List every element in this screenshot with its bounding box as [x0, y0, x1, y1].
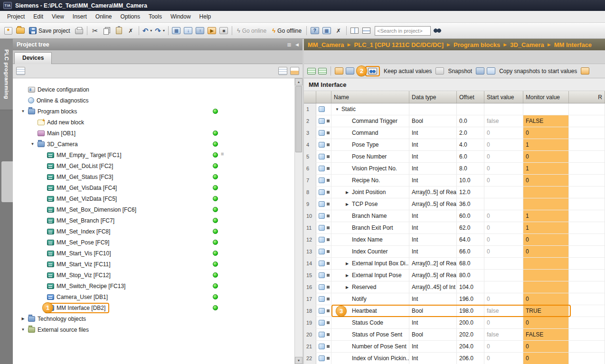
start-value-cell[interactable] [484, 270, 523, 281]
add-row-button[interactable] [318, 68, 327, 75]
expand-arrow-icon[interactable]: ▶ [346, 261, 352, 266]
breadcrumb-project[interactable]: MM_Camera [308, 41, 344, 48]
tree-item-labelwrap[interactable]: MM_Set_Pose [FC9] [45, 237, 113, 248]
open-project-button[interactable] [15, 25, 26, 37]
keep-actual-values-button[interactable]: Keep actual values [382, 68, 433, 75]
tree-item-labelwrap[interactable]: External source files [26, 325, 93, 335]
tree-item[interactable]: MM_Set_Pose [FC9] [13, 237, 294, 248]
table-row[interactable]: 13 Index Counter Int 66.0 0 [304, 246, 605, 258]
monitor-all-button[interactable] [368, 68, 377, 75]
tree-item-labelwrap[interactable]: Program blocks [26, 106, 81, 117]
table-row[interactable]: 16 ▶ Reserved Array[0..45] of Int 104.0 [304, 281, 605, 293]
split-editor-vertical-button[interactable] [349, 25, 360, 37]
tree-item-labelwrap[interactable]: MM_Switch_Recipe [FC13] [45, 281, 129, 291]
tree-item-labelwrap[interactable]: Main [OB1] [35, 128, 79, 139]
tree-item-labelwrap[interactable]: MM Interface [DB2] [45, 303, 109, 313]
data-type-cell[interactable]: Int [409, 246, 457, 257]
data-type-cell[interactable]: Int [409, 353, 457, 364]
go-online-button[interactable]: ϟGo online [235, 25, 269, 37]
start-value-cell[interactable]: 0 [484, 222, 523, 233]
data-type-cell[interactable]: Int [409, 163, 457, 174]
scrollbar-thumb[interactable] [295, 86, 302, 152]
expand-arrow-icon[interactable]: ▶ [346, 190, 352, 195]
expand-arrow-icon[interactable]: ▶ [346, 273, 352, 278]
data-type-cell[interactable] [409, 103, 457, 115]
header-offset[interactable]: Offset [457, 91, 484, 103]
tree-scrollbar[interactable]: ▲ ▼ [294, 78, 302, 364]
expand-arrow-icon[interactable]: ▶ [346, 202, 352, 206]
menu-view[interactable]: View [47, 11, 68, 22]
undo-dropdown-icon[interactable]: ▾ [150, 28, 152, 33]
tree-item[interactable]: Main [OB1] [13, 128, 294, 139]
table-row[interactable]: 11 Branch Exit Port Int 62.0 0 [304, 222, 605, 234]
accessible-devices-button[interactable]: ? [309, 25, 320, 37]
header-monitor-value[interactable]: Monitor value [523, 91, 569, 103]
start-value-cell[interactable]: 0 [484, 293, 523, 305]
tree-item[interactable]: Add new block [13, 117, 294, 128]
tree-item[interactable]: MM_Empty_ Target [FC1] ≡ [13, 149, 294, 160]
tree-item-labelwrap[interactable]: MM_Get_Status [FC3] [45, 172, 117, 182]
breadcrumb-mm-interface[interactable]: MM Interface [554, 41, 592, 48]
tree-item-labelwrap[interactable]: MM_Get_VizData [FC5] [45, 194, 121, 204]
header-retain[interactable]: R [569, 91, 605, 103]
tree-item-labelwrap[interactable]: Add new block [35, 117, 88, 128]
device-info-button[interactable]: ▦ [321, 25, 332, 37]
name-cell[interactable]: Pose Number [331, 151, 409, 162]
table-row[interactable]: 12 Index Name Int 64.0 0 [304, 234, 605, 246]
data-type-cell[interactable]: Int [409, 222, 457, 233]
tree-item-labelwrap[interactable]: MM_Get_DoList [FC2] [45, 161, 117, 171]
tree-item-labelwrap[interactable]: Device configuration [26, 84, 93, 95]
data-type-cell[interactable]: Int [409, 317, 457, 328]
table-row[interactable]: 4 Pose Type Int 4.0 0 [304, 139, 605, 151]
tree-item-labelwrap[interactable]: MM_Stop_Viz [FC12] [45, 270, 114, 280]
expander-icon[interactable]: ▼ [30, 142, 35, 146]
table-row[interactable]: 2 Command Trigger Bool 0.0 fals [304, 115, 605, 127]
data-type-cell[interactable]: Bool [409, 305, 457, 317]
tree-item[interactable]: MM_Set_Index [FC8] [13, 226, 294, 237]
name-cell[interactable]: Status of Pose Sent [331, 329, 409, 340]
table-row[interactable]: 15 ▶ External Input Pose Array[0..5] of … [304, 270, 605, 281]
menu-options[interactable]: Options [116, 11, 144, 22]
menu-window[interactable]: Window [166, 11, 195, 22]
tree-item-labelwrap[interactable]: Camera_User [DB1] [45, 292, 112, 302]
header-name[interactable]: Name [331, 91, 409, 103]
start-value-cell[interactable]: 0 [484, 139, 523, 150]
name-cell[interactable]: Branch Name [331, 210, 409, 222]
data-type-cell[interactable]: Array[0..5] of Real [409, 187, 457, 198]
name-cell[interactable]: Vision Project No. [331, 163, 409, 174]
start-value-cell[interactable]: 0 [484, 246, 523, 257]
table-row[interactable]: 9 ▶ TCP Pose Array[0..5] of Real 36.0 [304, 198, 605, 210]
data-type-cell[interactable]: Array[0..5] of Real [409, 270, 457, 281]
table-row[interactable]: 18 Heartbeat Bool 198.0 false [304, 305, 605, 317]
snapshot-button[interactable]: Snapshot [446, 68, 473, 75]
tree-item-labelwrap[interactable]: Online & diagnostics [26, 95, 92, 106]
tree-item[interactable]: MM_Get_VisData [FC4] [13, 182, 294, 193]
table-row[interactable]: 20 Status of Pose Sent Bool 202.0 [304, 329, 605, 341]
name-cell[interactable]: Branch Exit Port [331, 222, 409, 233]
start-value-cell[interactable]: 0 [484, 175, 523, 186]
breadcrumb-program-blocks[interactable]: Program blocks [454, 41, 500, 48]
tree-sort-icon[interactable] [16, 67, 25, 75]
name-cell[interactable]: ▼ Static [331, 103, 409, 115]
redo-button[interactable]: ↷▾ [154, 25, 166, 37]
expand-arrow-icon[interactable]: ▼ [335, 107, 341, 112]
expand-arrow-icon[interactable]: ▶ [346, 285, 352, 289]
details-view-icon[interactable] [278, 67, 287, 75]
name-cell[interactable]: Index Counter [331, 246, 409, 257]
name-cell[interactable]: Recipe No. [331, 175, 409, 186]
table-row[interactable]: 14 ▶ External Input Box Di... Array[0..2… [304, 258, 605, 270]
stop-cpu-button[interactable]: ■ [218, 25, 229, 37]
tree-item-labelwrap[interactable]: Technology objects [26, 314, 90, 324]
data-type-cell[interactable]: Array[0..5] of Real [409, 198, 457, 210]
header-data-type[interactable]: Data type [409, 91, 457, 103]
tree-item-labelwrap[interactable]: MM_Start_Viz [FC11] [45, 259, 114, 270]
start-value-cell[interactable]: 0 [484, 163, 523, 174]
tree-item[interactable]: Device configuration [13, 84, 294, 95]
redo-dropdown-icon[interactable]: ▾ [163, 28, 165, 33]
table-row[interactable]: 7 Recipe No. Int 10.0 0 [304, 175, 605, 187]
start-value-cell[interactable]: 0 [484, 234, 523, 245]
start-value-cell[interactable]: 0 [484, 127, 523, 139]
split-editor-horizontal-button[interactable] [361, 25, 372, 37]
scroll-down-icon[interactable]: ▼ [295, 357, 302, 364]
table-row[interactable]: 6 Vision Project No. Int 8.0 0 [304, 163, 605, 175]
